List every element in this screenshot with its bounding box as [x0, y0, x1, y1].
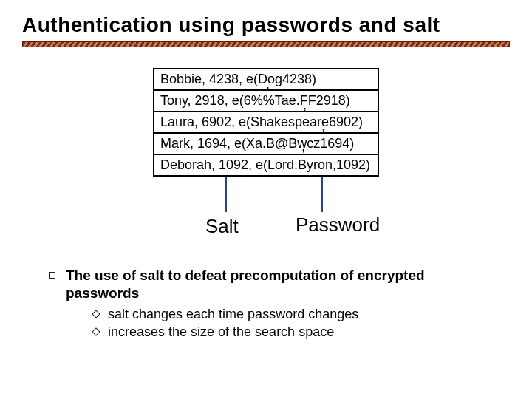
diamond-bullet-icon [92, 310, 100, 318]
table-row: Tony, 2918, e(6%%Tae.FF2918) [154, 90, 378, 112]
table-wrap: Bobbie, 4238, e(Dog4238) Tony, 2918, e(6… [22, 68, 510, 177]
slide-title: Authentication using passwords and salt [22, 13, 510, 37]
overlay-comma: , [301, 139, 305, 154]
pointer-line-password [321, 177, 323, 212]
title-underline [22, 41, 510, 47]
overlay-comma: , [303, 98, 307, 113]
bullet-text: The use of salt to defeat precomputation… [66, 267, 483, 302]
table-row: Deborah, 1092, e(Lord.Byron,1092) [154, 154, 378, 176]
table-cell: Laura, 6902, e(Shakespeare6902) [154, 112, 378, 133]
bullet-level-2: salt changes each time password changes [93, 305, 483, 323]
table-cell: Mark, 1694, e(Xa.B@Bwcz1694) [154, 133, 378, 154]
overlay-comma: , [321, 118, 325, 134]
diamond-bullet-icon [92, 327, 100, 335]
bullet-level-1: The use of salt to defeat precomputation… [49, 267, 483, 302]
square-bullet-icon [49, 272, 55, 279]
pointer-line-salt [225, 177, 227, 212]
bullet-list: The use of salt to defeat precomputation… [49, 267, 483, 341]
table-row: Laura, 6902, e(Shakespeare6902) [154, 112, 378, 133]
bullet-text: salt changes each time password changes [108, 305, 358, 323]
overlay-comma: , [266, 77, 270, 92]
table-row: Mark, 1694, e(Xa.B@Bwcz1694) [154, 133, 378, 154]
table-cell: Deborah, 1092, e(Lord.Byron,1092) [154, 154, 378, 176]
label-password: Password [296, 214, 380, 236]
bullet-level-2: increases the size of the search space [93, 323, 483, 341]
table-cell: Tony, 2918, e(6%%Tae.FF2918) [154, 90, 378, 112]
pointer-area: Salt Password [22, 177, 510, 250]
label-salt: Salt [205, 215, 239, 238]
bullet-text: increases the size of the search space [108, 323, 334, 341]
